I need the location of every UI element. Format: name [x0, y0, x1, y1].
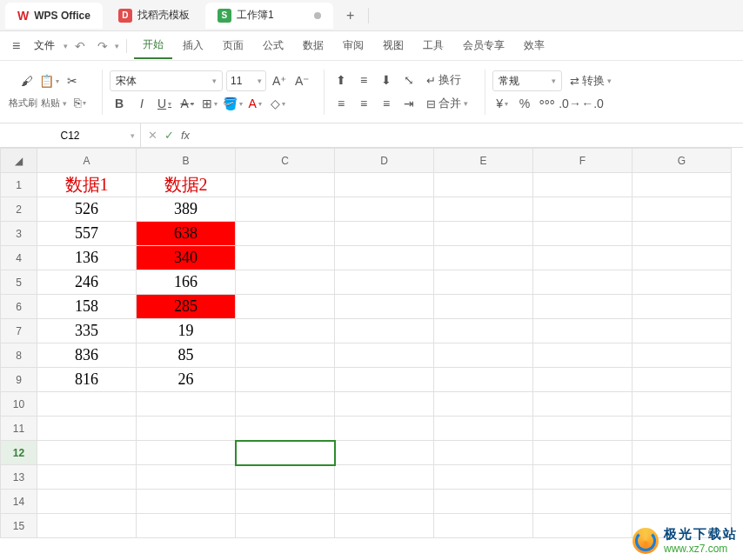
menu-formula[interactable]: 公式: [254, 33, 292, 58]
cell[interactable]: [633, 465, 732, 490]
cell[interactable]: [335, 319, 434, 343]
cell[interactable]: 26: [137, 368, 236, 392]
cell[interactable]: [434, 441, 533, 465]
file-menu[interactable]: 文件: [27, 35, 62, 57]
cell[interactable]: [137, 465, 236, 490]
cell[interactable]: [236, 197, 335, 222]
row-header[interactable]: 15: [1, 514, 37, 538]
wrap-button[interactable]: ↵换行: [422, 70, 465, 90]
file-dropdown-icon[interactable]: ▾: [64, 42, 68, 50]
cell[interactable]: [137, 417, 236, 441]
strikethrough-button[interactable]: A: [177, 94, 197, 113]
cell[interactable]: [533, 222, 633, 246]
menu-start[interactable]: 开始: [134, 32, 172, 59]
row-header[interactable]: 8: [1, 343, 37, 368]
cell[interactable]: [633, 270, 732, 295]
row-header[interactable]: 2: [1, 197, 37, 222]
cell[interactable]: 数据2: [137, 173, 236, 197]
cell[interactable]: [236, 295, 335, 319]
cell[interactable]: 19: [137, 319, 236, 343]
cell[interactable]: [37, 490, 137, 514]
cell[interactable]: [236, 417, 335, 441]
cell[interactable]: [335, 295, 434, 319]
cell[interactable]: [335, 490, 434, 514]
cell[interactable]: [335, 417, 434, 441]
cell[interactable]: [335, 173, 434, 197]
border-button[interactable]: ⊞: [200, 94, 219, 113]
formula-input[interactable]: [197, 123, 327, 147]
cell[interactable]: [236, 465, 335, 490]
col-header-F[interactable]: F: [533, 149, 633, 173]
paste-icon[interactable]: 📋: [40, 71, 59, 90]
currency-icon[interactable]: ¥: [492, 94, 512, 113]
align-middle-icon[interactable]: ≡: [354, 70, 373, 90]
align-top-icon[interactable]: ⬆: [331, 70, 351, 90]
cell[interactable]: [236, 173, 335, 197]
cell[interactable]: [236, 441, 335, 465]
name-box-input[interactable]: [27, 130, 114, 142]
cell[interactable]: [434, 465, 533, 490]
col-header-B[interactable]: B: [137, 149, 236, 173]
row-header[interactable]: 10: [1, 392, 37, 417]
col-header-G[interactable]: G: [633, 149, 732, 173]
cell[interactable]: [236, 270, 335, 295]
cell[interactable]: [335, 465, 434, 490]
cell[interactable]: [434, 392, 533, 417]
percent-icon[interactable]: %: [515, 94, 534, 113]
name-box[interactable]: ▾: [0, 123, 141, 147]
cell[interactable]: [335, 222, 434, 246]
cell[interactable]: [137, 490, 236, 514]
decrease-decimal-icon[interactable]: ←.0: [583, 94, 602, 113]
cell[interactable]: [434, 197, 533, 222]
row-header[interactable]: 11: [1, 417, 37, 441]
cell[interactable]: [533, 173, 633, 197]
font-name-select[interactable]: 宋体▾: [110, 70, 223, 91]
cell[interactable]: [434, 368, 533, 392]
orientation-icon[interactable]: ⤡: [399, 70, 418, 90]
menu-review[interactable]: 审阅: [334, 33, 372, 58]
cell[interactable]: 数据1: [37, 173, 137, 197]
row-header[interactable]: 12: [1, 441, 37, 465]
redo-button[interactable]: ↷: [92, 37, 113, 55]
italic-button[interactable]: I: [132, 94, 151, 113]
cell[interactable]: [335, 343, 434, 368]
menu-member[interactable]: 会员专享: [454, 33, 513, 58]
cell[interactable]: 816: [37, 368, 137, 392]
confirm-formula-icon[interactable]: ✓: [164, 129, 174, 142]
row-header[interactable]: 7: [1, 319, 37, 343]
cell[interactable]: [633, 417, 732, 441]
cell[interactable]: [434, 270, 533, 295]
cell[interactable]: [236, 246, 335, 270]
cell[interactable]: [633, 343, 732, 368]
cell[interactable]: [633, 222, 732, 246]
new-tab-button[interactable]: +: [340, 5, 361, 26]
cell[interactable]: [37, 417, 137, 441]
menu-efficiency[interactable]: 效率: [515, 33, 553, 58]
cell[interactable]: [533, 514, 633, 538]
undo-button[interactable]: ↶: [70, 37, 90, 55]
menu-view[interactable]: 视图: [374, 33, 412, 58]
cell[interactable]: [633, 246, 732, 270]
cell[interactable]: [137, 392, 236, 417]
font-color-button[interactable]: A: [245, 94, 264, 113]
cell[interactable]: [533, 368, 633, 392]
cell[interactable]: 340: [137, 246, 236, 270]
cell[interactable]: [633, 392, 732, 417]
cell[interactable]: 158: [37, 295, 137, 319]
row-header[interactable]: 5: [1, 270, 37, 295]
cell[interactable]: 85: [137, 343, 236, 368]
increase-decimal-icon[interactable]: .0→: [560, 94, 579, 113]
clear-format-button[interactable]: ◇: [268, 94, 287, 113]
menu-tools[interactable]: 工具: [414, 33, 452, 58]
cell[interactable]: 246: [37, 270, 137, 295]
cell[interactable]: [137, 441, 236, 465]
cell[interactable]: [633, 295, 732, 319]
fill-color-button[interactable]: 🪣: [223, 94, 242, 113]
cell[interactable]: [335, 197, 434, 222]
font-size-select[interactable]: 11▾: [226, 70, 266, 91]
align-center-icon[interactable]: ≡: [354, 94, 373, 113]
cell[interactable]: [633, 197, 732, 222]
cell[interactable]: [335, 368, 434, 392]
row-header[interactable]: 3: [1, 222, 37, 246]
col-header-C[interactable]: C: [236, 149, 335, 173]
